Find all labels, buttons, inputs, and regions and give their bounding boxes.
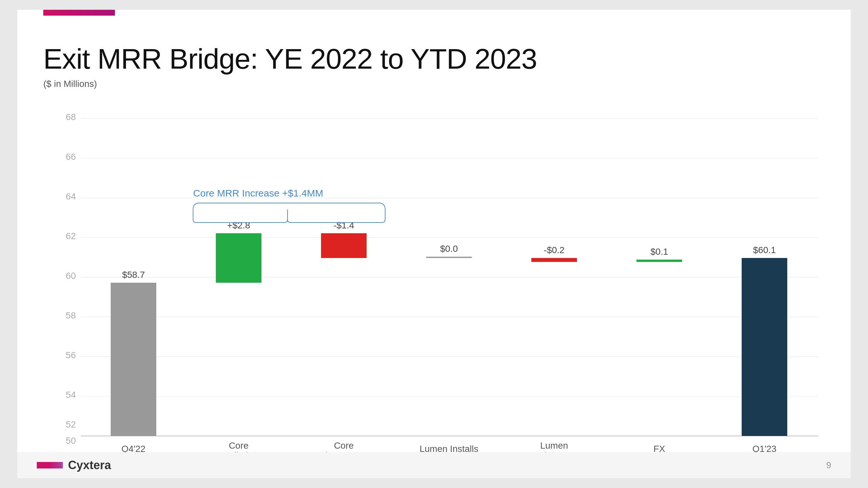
xlabel-lumen-net-1: Lumen bbox=[540, 441, 568, 451]
y-label-68: 68 bbox=[66, 112, 76, 122]
y-label-64: 64 bbox=[66, 191, 76, 201]
bar-q1-23 bbox=[742, 258, 787, 436]
bracket-top bbox=[193, 203, 385, 209]
logo-text: Cyxtera bbox=[68, 458, 111, 472]
slide: Exit MRR Bridge: YE 2022 to YTD 2023 ($ … bbox=[17, 10, 851, 478]
annotation-label: Core MRR Increase +$1.4MM bbox=[193, 188, 323, 198]
value-q1-23: $60.1 bbox=[753, 245, 776, 255]
bar-lumen-installs bbox=[426, 257, 472, 258]
footer: Cyxtera 9 bbox=[17, 452, 851, 478]
y-label-66: 66 bbox=[66, 152, 76, 162]
value-core-installations: +$2.8 bbox=[227, 220, 250, 230]
bar-core-installations bbox=[216, 233, 261, 283]
y-label-60: 60 bbox=[66, 271, 76, 281]
y-label-58: 58 bbox=[66, 311, 76, 321]
value-fx: $0.1 bbox=[651, 247, 669, 257]
page-subtitle: ($ in Millions) bbox=[43, 79, 825, 89]
page-title: Exit MRR Bridge: YE 2022 to YTD 2023 bbox=[43, 42, 825, 75]
y-label-54: 54 bbox=[66, 390, 76, 400]
value-lumen-installs: $0.0 bbox=[440, 244, 458, 254]
bar-fx bbox=[637, 260, 682, 262]
y-label-62: 62 bbox=[66, 231, 76, 241]
top-accent-bar bbox=[43, 10, 115, 15]
xlabel-core-disconnects-1: Core bbox=[334, 441, 354, 451]
bar-lumen-net-disconnects bbox=[531, 258, 577, 262]
chart-container: 68 66 64 62 60 58 56 54 52 50 bbox=[43, 102, 825, 461]
value-core-disconnects: -$1.4 bbox=[333, 220, 354, 230]
bar-q4-22 bbox=[111, 283, 156, 436]
logo-color-bar bbox=[37, 462, 63, 468]
page-number: 9 bbox=[826, 460, 831, 470]
value-q4-22: $58.7 bbox=[122, 270, 145, 280]
value-lumen-net-disconnects: -$0.2 bbox=[544, 245, 564, 255]
y-label-56: 56 bbox=[66, 350, 76, 360]
footer-logo: Cyxtera bbox=[37, 458, 111, 472]
y-label-52: 52 bbox=[66, 419, 76, 429]
bar-core-disconnects bbox=[321, 233, 367, 258]
chart-svg: 68 66 64 62 60 58 56 54 52 50 bbox=[43, 102, 825, 460]
y-label-50: 50 bbox=[66, 435, 76, 446]
xlabel-core-installations-1: Core bbox=[229, 441, 249, 451]
